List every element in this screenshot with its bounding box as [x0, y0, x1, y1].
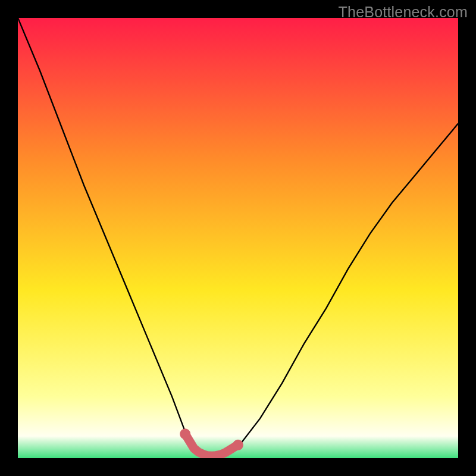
highlight-end-dot [180, 428, 190, 439]
gradient-background [18, 18, 458, 458]
chart-frame: TheBottleneck.com [0, 0, 476, 476]
bottleneck-chart [18, 18, 458, 458]
highlight-end-dot [233, 440, 243, 450]
